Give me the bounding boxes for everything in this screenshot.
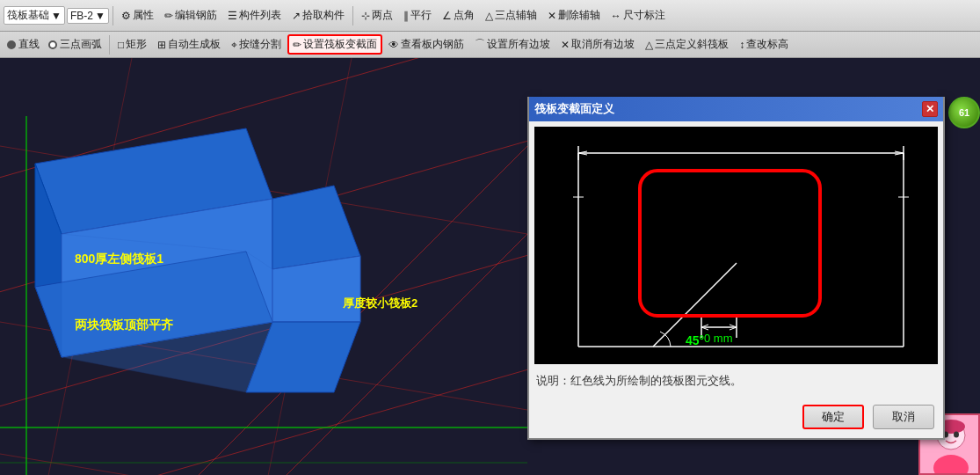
dropdown-label-2: FB-2 <box>70 10 93 22</box>
split-icon: ⌖ <box>231 39 237 51</box>
delete-axis-button[interactable]: ✕ 删除辅轴 <box>543 6 605 25</box>
set-slope-icon: ⌒ <box>475 37 485 52</box>
component-list-icon: ☰ <box>228 10 237 22</box>
divider-3 <box>109 35 110 55</box>
divider-2 <box>352 6 353 26</box>
split-label: 按缝分割 <box>239 37 281 52</box>
rectangle-icon: □ <box>118 39 124 51</box>
close-icon: ✕ <box>926 103 934 115</box>
dialog-note: 说明：红色线为所绘制的筏板图元交线。 <box>529 369 943 392</box>
three-point-slope-icon: △ <box>645 39 653 51</box>
label-top-flush: 两块筏板顶部平齐 <box>75 318 173 333</box>
note-text: 说明：红色线为所绘制的筏板图元交线。 <box>536 374 742 387</box>
parallel-label: 平行 <box>410 8 432 23</box>
angle-point-button[interactable]: ∠ 点角 <box>438 6 479 25</box>
two-point-label: 两点 <box>372 8 393 23</box>
auto-generate-icon: ⊞ <box>157 39 166 51</box>
parallel-icon: ∥ <box>403 10 409 22</box>
dropdown-label-1: 筏板基础 <box>7 8 49 23</box>
dropdown-fb2[interactable]: FB-2 ▼ <box>67 8 109 24</box>
property-button[interactable]: ⚙ 属性 <box>117 6 158 25</box>
divider-1 <box>113 6 113 26</box>
dimension-icon: ↔ <box>611 10 621 22</box>
set-slope-label: 设置所有边坡 <box>487 37 550 52</box>
dialog-title: 筏板变截面定义 <box>534 101 614 117</box>
view-rebar-button[interactable]: 👁 查看板内钢筋 <box>384 35 468 54</box>
svg-point-43 <box>954 432 959 438</box>
parallel-button[interactable]: ∥ 平行 <box>399 6 436 25</box>
property-icon: ⚙ <box>121 10 131 22</box>
radio-icon-straight <box>7 40 16 49</box>
confirm-label: 确定 <box>822 409 845 425</box>
dialog-titlebar: 筏板变截面定义 ✕ <box>529 97 943 121</box>
elevation-icon: ↕ <box>739 39 744 51</box>
cancel-slope-icon: ✕ <box>561 39 570 51</box>
chevron-down-icon-1: ▼ <box>51 10 62 22</box>
dropdown-faban-jichu[interactable]: 筏板基础 ▼ <box>4 6 65 25</box>
pick-icon: ↗ <box>292 10 301 22</box>
dialog-cross-section: 筏板变截面定义 ✕ <box>527 97 945 440</box>
dimension-button[interactable]: ↔ 尺寸标注 <box>606 6 670 25</box>
svg-text:45°: 45° <box>686 333 704 347</box>
straight-line-label: 直线 <box>18 37 40 52</box>
delete-axis-icon: ✕ <box>548 10 556 22</box>
auto-generate-label: 自动生成板 <box>168 37 221 52</box>
two-point-button[interactable]: ⊹ 两点 <box>357 6 397 25</box>
component-list-label: 构件列表 <box>239 8 281 23</box>
angle-point-icon: ∠ <box>442 10 452 22</box>
label-right-board: 厚度较小筏板2 <box>343 296 417 311</box>
label-left-board: 800厚左侧筏板1 <box>75 252 163 267</box>
three-point-axis-button[interactable]: △ 三点辅轴 <box>481 6 541 25</box>
set-all-slope-button[interactable]: ⌒ 设置所有边坡 <box>470 35 555 54</box>
view-rebar-icon: 👁 <box>388 39 399 51</box>
set-cross-section-button[interactable]: ✏ 设置筏板变截面 <box>287 34 382 55</box>
angle-point-label: 点角 <box>454 8 475 23</box>
svg-marker-15 <box>272 186 360 269</box>
cancel-label: 取消 <box>892 409 915 425</box>
two-point-icon: ⊹ <box>361 10 370 22</box>
delete-axis-label: 删除辅轴 <box>558 8 600 23</box>
svg-text:0  mm: 0 mm <box>704 332 733 345</box>
dialog-drawing-area: 45° 0 mm <box>534 127 938 364</box>
property-label: 属性 <box>133 8 154 23</box>
cancel-button[interactable]: 取消 <box>873 405 934 429</box>
dialog-button-group: 确定 取消 <box>802 405 934 429</box>
rectangle-button[interactable]: □ 矩形 <box>113 35 151 54</box>
main-canvas: 800厚左侧筏板1 两块筏板顶部平齐 厚度较小筏板2 <box>0 58 527 475</box>
pick-label: 拾取构件 <box>302 8 345 23</box>
three-point-slope-button[interactable]: △ 三点定义斜筏板 <box>641 35 733 54</box>
cancel-all-slope-button[interactable]: ✕ 取消所有边坡 <box>556 35 639 54</box>
split-by-seam-button[interactable]: ⌖ 按缝分割 <box>227 35 286 54</box>
three-point-axis-icon: △ <box>485 10 493 22</box>
edit-rebar-label: 编辑钢筋 <box>175 8 217 23</box>
cross-section-icon: ✏ <box>293 39 301 51</box>
dialog-close-button[interactable]: ✕ <box>922 101 938 117</box>
radio-icon-arc <box>48 40 57 49</box>
three-point-arc-label: 三点画弧 <box>60 37 102 52</box>
rectangle-label: 矩形 <box>126 37 147 52</box>
svg-line-8 <box>0 454 527 475</box>
edit-rebar-button[interactable]: ✏ 编辑钢筋 <box>160 6 221 25</box>
change-elevation-button[interactable]: ↕ 查改标高 <box>735 35 793 54</box>
toolbar-second: 直线 三点画弧 □ 矩形 ⊞ 自动生成板 ⌖ 按缝分割 ✏ 设置筏板变截面 👁 … <box>0 32 980 58</box>
cancel-slope-label: 取消所有边坡 <box>571 37 635 52</box>
three-point-axis-label: 三点辅轴 <box>495 8 537 23</box>
chevron-down-icon-2: ▼ <box>95 10 105 22</box>
radio-straight-line[interactable]: 直线 <box>4 36 43 53</box>
green-circle-label: 61 <box>959 107 969 118</box>
edit-rebar-icon: ✏ <box>164 10 173 22</box>
elevation-label: 查改标高 <box>746 37 788 52</box>
three-point-slope-label: 三点定义斜筏板 <box>655 37 729 52</box>
cross-section-label: 设置筏板变截面 <box>303 37 377 52</box>
radio-three-point-arc[interactable]: 三点画弧 <box>45 36 105 53</box>
toolbar-top: 筏板基础 ▼ FB-2 ▼ ⚙ 属性 ✏ 编辑钢筋 ☰ 构件列表 ↗ 拾取构件 … <box>0 0 980 32</box>
dialog-svg: 45° 0 mm <box>534 127 938 364</box>
component-list-button[interactable]: ☰ 构件列表 <box>223 6 286 25</box>
dimension-label: 尺寸标注 <box>623 8 665 23</box>
view-rebar-label: 查看板内钢筋 <box>401 37 464 52</box>
green-circle: 61 <box>948 97 980 128</box>
confirm-button[interactable]: 确定 <box>802 405 864 429</box>
pick-component-button[interactable]: ↗ 拾取构件 <box>287 6 349 25</box>
auto-generate-board-button[interactable]: ⊞ 自动生成板 <box>153 35 225 54</box>
